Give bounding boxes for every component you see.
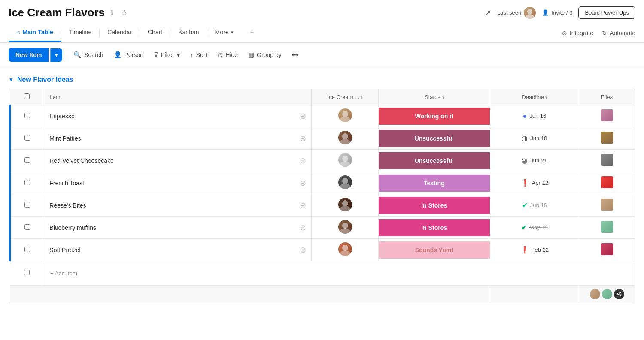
row-avatar-cell — [312, 172, 379, 194]
tab-timeline[interactable]: Timeline — [61, 24, 99, 42]
avatar — [338, 198, 352, 211]
row-deadline-cell: ✔ May 18 — [490, 217, 579, 239]
header-item: Item — [44, 89, 312, 105]
add-comment-icon[interactable]: ⊕ — [300, 245, 306, 255]
group-label: New Flavor Ideas — [17, 76, 73, 84]
add-comment-icon[interactable]: ⊕ — [300, 223, 306, 232]
row-status-cell[interactable]: In Stores — [378, 194, 490, 217]
row-status-cell[interactable]: Unsuccessful — [378, 150, 490, 172]
row-checkbox[interactable] — [24, 224, 30, 230]
info-icon-col2: ℹ — [442, 95, 444, 100]
group-by-button[interactable]: ▦ Group by — [244, 48, 286, 62]
chevron-down-icon: ▼ — [9, 77, 14, 83]
row-checkbox-cell — [10, 172, 44, 194]
header-checkbox-col — [10, 89, 44, 105]
avatar — [338, 153, 352, 167]
svg-point-3 — [340, 117, 350, 122]
tab-calendar[interactable]: Calendar — [100, 24, 140, 42]
row-item-cell[interactable]: Espresso ⊕ — [44, 105, 312, 127]
status-badge: Sounds Yum! — [379, 241, 490, 259]
hide-label: Hide — [225, 51, 238, 58]
star-icon[interactable]: ☆ — [119, 8, 129, 18]
row-avatar-cell — [312, 150, 379, 172]
row-status-cell[interactable]: Working on it — [378, 105, 490, 127]
new-item-button[interactable]: New Item — [9, 48, 49, 62]
trend-icon: ↗ — [485, 8, 491, 18]
group-header[interactable]: ▼ New Flavor Ideas — [9, 76, 635, 84]
row-files-cell — [579, 150, 635, 172]
row-checkbox[interactable] — [24, 202, 30, 208]
avatar — [338, 131, 352, 144]
item-name: French Toast — [49, 180, 296, 187]
row-item-cell[interactable]: Blueberry muffins ⊕ — [44, 217, 312, 239]
add-comment-icon[interactable]: ⊕ — [300, 201, 306, 210]
row-files-cell — [579, 217, 635, 239]
app-title: Ice Cream Flavors — [9, 6, 105, 19]
add-comment-icon[interactable]: ⊕ — [300, 111, 306, 121]
tab-chart[interactable]: Chart — [140, 24, 170, 42]
add-comment-icon[interactable]: ⊕ — [300, 156, 306, 165]
integrate-icon: ⊗ — [562, 30, 567, 36]
deadline-value: Apr 12 — [532, 180, 548, 186]
row-checkbox-cell — [10, 127, 44, 150]
row-checkbox[interactable] — [24, 247, 30, 252]
automate-icon: ↻ — [602, 30, 607, 36]
add-comment-icon[interactable]: ⊕ — [300, 134, 306, 143]
power-ups-button[interactable]: Board Power-Ups — [578, 6, 635, 19]
filter-label: Filter — [161, 51, 174, 58]
row-item-cell[interactable]: Red Velvet Cheesecake ⊕ — [44, 150, 312, 172]
status-badge: Working on it — [379, 108, 490, 125]
info-icon[interactable]: ℹ — [109, 8, 115, 18]
deadline-value: Jun 16 — [530, 202, 547, 208]
row-status-cell[interactable]: Testing — [378, 172, 490, 194]
person-label: Person — [125, 51, 143, 58]
table-row: Soft Pretzel ⊕ Sounds Yum! ❗ Feb 22 — [10, 239, 635, 261]
row-checkbox-cell — [10, 150, 44, 172]
row-deadline-cell: ✔ Jun 16 — [490, 194, 579, 217]
svg-point-14 — [342, 245, 348, 251]
row-checkbox[interactable] — [24, 180, 30, 185]
file-thumbnail — [601, 176, 613, 188]
row-checkbox[interactable] — [24, 157, 30, 163]
row-checkbox-cell — [10, 239, 44, 261]
filter-button[interactable]: ⊽ Filter ▾ — [149, 48, 184, 62]
add-row-checkbox[interactable] — [24, 270, 30, 275]
hide-button[interactable]: ⊖ Hide — [213, 48, 242, 62]
progress-icon: ◑ — [522, 134, 528, 142]
row-item-cell[interactable]: Soft Pretzel ⊕ — [44, 239, 312, 261]
row-checkbox[interactable] — [24, 113, 30, 118]
svg-point-4 — [342, 133, 348, 139]
deadline-value: Feb 22 — [532, 247, 549, 253]
last-seen-label: Last seen — [497, 9, 521, 16]
integrate-button[interactable]: ⊗ Integrate — [562, 30, 593, 36]
table-row: Mint Patties ⊕ Unsuccessful ◑ Jun 18 — [10, 127, 635, 150]
row-item-cell[interactable]: French Toast ⊕ — [44, 172, 312, 194]
sort-icon: ↕ — [190, 51, 194, 59]
person-button[interactable]: 👤 Person — [109, 48, 148, 62]
automate-button[interactable]: ↻ Automate — [602, 30, 635, 36]
add-item-cell[interactable]: + Add Item — [44, 261, 635, 286]
tab-more[interactable]: More ▾ — [207, 24, 242, 42]
tab-kanban[interactable]: Kanban — [170, 24, 207, 42]
sort-button[interactable]: ↕ Sort — [186, 48, 211, 62]
row-item-cell[interactable]: Reese's Bites ⊕ — [44, 194, 312, 217]
table-row: French Toast ⊕ Testing ❗ Apr 12 — [10, 172, 635, 194]
row-status-cell[interactable]: In Stores — [378, 217, 490, 239]
row-status-cell[interactable]: Unsuccessful — [378, 127, 490, 150]
row-item-cell[interactable]: Mint Patties ⊕ — [44, 127, 312, 150]
row-checkbox[interactable] — [24, 135, 30, 141]
more-caret-icon: ▾ — [231, 30, 234, 35]
tabs-bar: ⌂ Main Table Timeline Calendar Chart Kan… — [0, 23, 644, 43]
tab-add[interactable]: ＋ — [241, 23, 263, 42]
more-options-button[interactable]: ••• — [288, 48, 303, 61]
add-comment-icon[interactable]: ⊕ — [300, 178, 306, 188]
select-all-checkbox[interactable] — [24, 93, 30, 99]
tab-main-table[interactable]: ⌂ Main Table — [9, 24, 61, 42]
invite-button[interactable]: 👤 Invite / 3 — [542, 9, 572, 16]
count-badge: +5 — [614, 289, 624, 299]
row-status-cell[interactable]: Sounds Yum! — [378, 239, 490, 261]
search-button[interactable]: 🔍 Search — [69, 48, 107, 62]
svg-point-5 — [340, 139, 350, 144]
row-deadline-cell: ◕ Jun 21 — [490, 150, 579, 172]
new-item-dropdown[interactable]: ▾ — [50, 48, 62, 62]
